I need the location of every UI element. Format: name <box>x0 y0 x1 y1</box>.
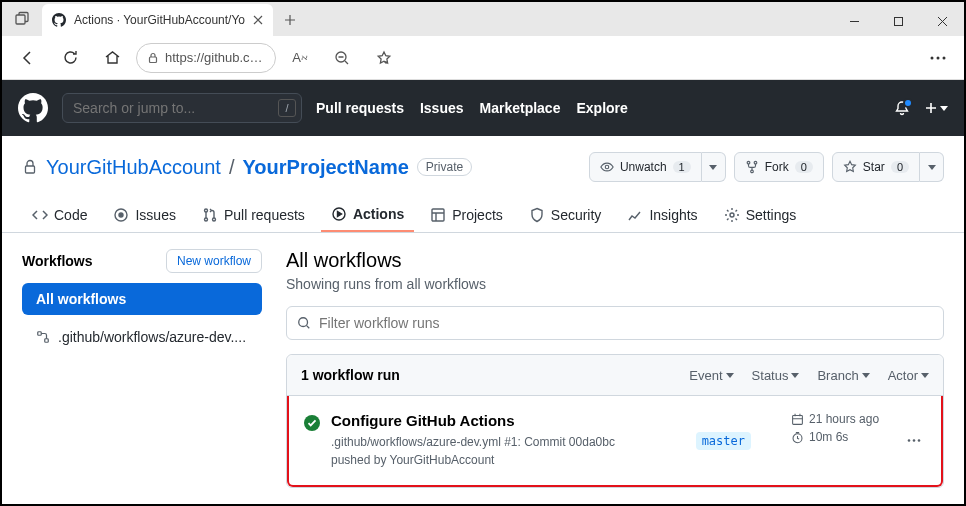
minimize-button[interactable] <box>832 6 876 36</box>
new-tab-button[interactable] <box>273 4 307 36</box>
runs-count: 1 workflow run <box>301 367 400 383</box>
search-input[interactable] <box>62 93 302 123</box>
browser-tab[interactable]: Actions · YourGitHubAccount/Yo <box>42 4 273 36</box>
global-search[interactable]: / <box>62 93 302 123</box>
github-logo[interactable] <box>18 93 48 123</box>
nav-pulls[interactable]: Pull requests <box>316 100 404 116</box>
run-title[interactable]: Configure GitHub Actions <box>331 412 656 429</box>
menu-button[interactable] <box>920 40 956 76</box>
tab-issues[interactable]: Issues <box>103 198 185 232</box>
new-workflow-button[interactable]: New workflow <box>166 249 262 273</box>
star-icon <box>843 160 857 174</box>
filter-actor[interactable]: Actor <box>888 368 929 383</box>
svg-point-28 <box>918 439 921 442</box>
svg-point-10 <box>754 161 757 164</box>
workflow-run-row[interactable]: Configure GitHub Actions .github/workflo… <box>289 396 941 485</box>
tab-code[interactable]: Code <box>22 198 97 232</box>
eye-icon <box>600 160 614 174</box>
url-text: https://github.c… <box>165 50 263 65</box>
main-content: All workflows Showing runs from all work… <box>286 249 944 488</box>
stopwatch-icon <box>791 431 804 444</box>
github-favicon <box>52 13 66 27</box>
svg-point-6 <box>943 56 946 59</box>
filter-branch[interactable]: Branch <box>817 368 869 383</box>
svg-rect-24 <box>793 415 803 424</box>
tab-insights[interactable]: Insights <box>617 198 707 232</box>
svg-rect-7 <box>26 166 35 173</box>
page-subtitle: Showing runs from all workflows <box>286 276 944 292</box>
repo-tabs: Code Issues Pull requests Actions Projec… <box>2 182 964 233</box>
svg-point-27 <box>913 439 916 442</box>
tab-title: Actions · YourGitHubAccount/Yo <box>74 13 245 27</box>
svg-point-11 <box>750 170 753 173</box>
svg-rect-1 <box>894 17 902 25</box>
page-body: Workflows New workflow All workflows .gi… <box>2 233 964 504</box>
workflow-icon <box>36 330 50 344</box>
back-button[interactable] <box>10 40 46 76</box>
lock-icon <box>22 159 38 175</box>
filter-event[interactable]: Event <box>689 368 733 383</box>
success-icon <box>303 414 321 432</box>
nav-issues[interactable]: Issues <box>420 100 464 116</box>
svg-point-8 <box>605 165 609 169</box>
tab-stack-icon[interactable] <box>2 2 42 36</box>
notifications-button[interactable] <box>894 100 910 116</box>
filter-runs[interactable] <box>286 306 944 340</box>
runs-list-header: 1 workflow run Event Status Branch Actor <box>287 355 943 396</box>
tab-settings[interactable]: Settings <box>714 198 807 232</box>
svg-point-13 <box>119 213 123 217</box>
filter-status[interactable]: Status <box>752 368 800 383</box>
repo-owner-link[interactable]: YourGitHubAccount <box>46 156 221 179</box>
repo-name-link[interactable]: YourProjectName <box>242 156 408 179</box>
tab-security[interactable]: Security <box>519 198 612 232</box>
tab-projects[interactable]: Projects <box>420 198 513 232</box>
nav-marketplace[interactable]: Marketplace <box>480 100 561 116</box>
address-bar: https://github.c… Aﬡ <box>2 36 964 80</box>
star-dropdown[interactable] <box>920 152 944 182</box>
url-field[interactable]: https://github.c… <box>136 43 276 73</box>
tab-pulls[interactable]: Pull requests <box>192 198 315 232</box>
svg-rect-21 <box>45 339 49 343</box>
fork-icon <box>745 160 759 174</box>
svg-point-14 <box>204 209 207 212</box>
all-workflows-item[interactable]: All workflows <box>22 283 262 315</box>
workflow-item[interactable]: .github/workflows/azure-dev.... <box>22 323 262 351</box>
svg-point-16 <box>212 218 215 221</box>
star-button[interactable]: Star 0 <box>832 152 920 182</box>
header-nav: Pull requests Issues Marketplace Explore <box>316 100 628 116</box>
workflow-runs-list: 1 workflow run Event Status Branch Actor… <box>286 354 944 488</box>
nav-explore[interactable]: Explore <box>576 100 627 116</box>
tab-actions[interactable]: Actions <box>321 198 414 232</box>
close-window-button[interactable] <box>920 6 964 36</box>
maximize-button[interactable] <box>876 6 920 36</box>
repo-header: YourGitHubAccount / YourProjectName Priv… <box>2 136 964 182</box>
favorite-button[interactable] <box>366 40 402 76</box>
close-tab-icon[interactable] <box>253 15 263 25</box>
create-new-button[interactable] <box>924 101 948 115</box>
page-title: All workflows <box>286 249 944 272</box>
refresh-button[interactable] <box>52 40 88 76</box>
run-meta: 21 hours ago 10m 6s <box>791 412 891 448</box>
svg-rect-2 <box>150 57 157 63</box>
unwatch-button[interactable]: Unwatch 1 <box>589 152 702 182</box>
workflows-sidebar: Workflows New workflow All workflows .gi… <box>22 249 262 488</box>
browser-titlebar: Actions · YourGitHubAccount/Yo <box>2 2 964 36</box>
filter-input[interactable] <box>319 315 933 331</box>
svg-rect-18 <box>432 209 444 221</box>
zoom-button[interactable] <box>324 40 360 76</box>
branch-badge[interactable]: master <box>696 432 751 450</box>
fork-button[interactable]: Fork 0 <box>734 152 824 182</box>
github-header: / Pull requests Issues Marketplace Explo… <box>2 80 964 136</box>
svg-point-5 <box>937 56 940 59</box>
text-size-button[interactable]: Aﬡ <box>282 40 318 76</box>
svg-point-26 <box>908 439 911 442</box>
sidebar-title: Workflows <box>22 253 93 269</box>
svg-point-4 <box>931 56 934 59</box>
home-button[interactable] <box>94 40 130 76</box>
notification-dot <box>903 98 913 108</box>
run-menu-button[interactable] <box>901 439 927 442</box>
svg-point-19 <box>730 213 734 217</box>
slash-shortcut: / <box>278 99 296 117</box>
search-icon <box>297 316 311 330</box>
unwatch-dropdown[interactable] <box>702 152 726 182</box>
